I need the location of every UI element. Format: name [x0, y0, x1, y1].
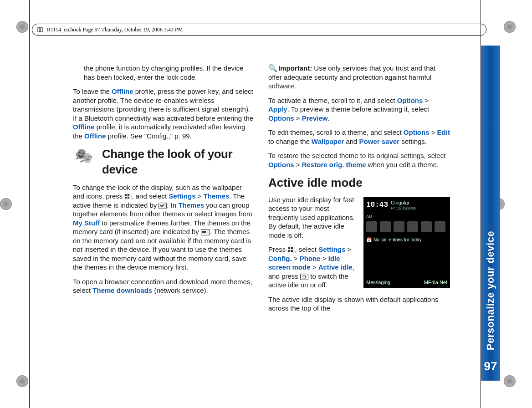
content-area: the phone function by changing profiles.…: [73, 64, 450, 372]
book-icon: [37, 26, 43, 33]
paragraph: To open a browser connection and downloa…: [73, 277, 255, 295]
screenshot-ampm: AM: [366, 214, 373, 219]
link-options: Options: [268, 161, 294, 168]
softkey-left: Messaging: [366, 279, 390, 286]
page: R1114_en.book Page 97 Thursday, October …: [0, 0, 532, 408]
paragraph: To restore the selected theme to its ori…: [268, 151, 450, 169]
paragraph: the phone function by changing profiles.…: [73, 64, 255, 82]
crop-mark-icon: [0, 198, 12, 210]
link-offline: Offline: [73, 123, 95, 131]
app-icon: [435, 221, 445, 232]
screenshot-calendar-msg: 📅No cal. entries for today: [363, 234, 450, 245]
app-icon: [380, 221, 391, 232]
checkmark-icon: [159, 203, 167, 209]
link-powersaver: Power saver: [359, 138, 399, 145]
link-phone: Phone: [300, 255, 321, 262]
menu-key-icon: [288, 247, 295, 253]
link-options: Options: [404, 128, 430, 136]
link-wallpaper: Wallpaper: [312, 138, 344, 145]
link-mystuff: My Stuff: [73, 219, 100, 227]
important-label: Important:: [278, 64, 312, 72]
crop-line: [0, 43, 481, 43]
crop-mark-icon: [16, 21, 28, 33]
app-icon: [366, 221, 377, 232]
heading-active-idle: Active idle mode: [268, 175, 450, 191]
screenshot-clock: 10:43: [366, 200, 388, 210]
important-note: 🔍Important: Use only services that you t…: [268, 64, 450, 91]
memory-card-icon: [201, 229, 210, 235]
page-number: 97: [484, 359, 497, 373]
framemaker-header: R1114_en.book Page 97 Thursday, October …: [32, 24, 486, 36]
important-icon: 🔍: [268, 64, 276, 72]
paragraph: To leave the Offline profile, press the …: [73, 87, 255, 140]
themes-masks-icon: 🎭: [73, 147, 95, 165]
paragraph: To change the look of the display, such …: [73, 183, 255, 272]
paragraph: To activate a theme, scroll to it, and s…: [268, 96, 450, 123]
column-left: the phone function by changing profiles.…: [73, 64, 255, 372]
link-config: Config.: [268, 255, 292, 262]
link-options: Options: [397, 97, 423, 104]
link-edit: Edit: [437, 128, 450, 136]
section-title: Personalize your device: [485, 231, 496, 350]
softkey-right: MEdia Net: [424, 279, 447, 286]
phone-screenshot: 10:43 Cingular Fr 12/01/2006 AM 📅No cal.…: [363, 197, 450, 288]
screenshot-app-row: [363, 219, 450, 234]
header-text: R1114_en.book Page 97 Thursday, October …: [47, 26, 183, 33]
link-restore-theme: Restore orig. theme: [302, 161, 366, 168]
column-right: 🔍Important: Use only services that you t…: [268, 64, 450, 372]
app-icon: [407, 221, 418, 232]
crop-mark-icon: [504, 21, 516, 33]
link-themes: Themes: [204, 192, 230, 200]
scroll-key-icon: [300, 274, 308, 280]
link-settings: Settings: [318, 245, 345, 253]
screenshot-date: Fr 12/01/2006: [391, 206, 416, 211]
crop-mark-icon: [504, 375, 516, 387]
screenshot-operator: Cingular: [391, 199, 416, 206]
app-icon: [394, 221, 404, 232]
paragraph: The active idle display is shown with de…: [268, 295, 450, 313]
app-icon: [421, 221, 432, 232]
link-offline: Offline: [112, 87, 133, 95]
link-preview: Preview: [302, 114, 328, 122]
link-settings: Settings: [169, 192, 195, 200]
side-tab: Personalize your device 97: [481, 46, 500, 381]
heading-change-look: 🎭 Change the look of your device: [73, 147, 255, 178]
crop-mark-icon: [16, 375, 28, 387]
crop-line: [29, 0, 30, 408]
link-active-idle: Active idle: [318, 263, 353, 271]
menu-key-icon: [124, 194, 132, 200]
link-themes: Themes: [178, 201, 204, 209]
link-options: Options: [268, 114, 294, 122]
screenshot-softkeys: Messaging MEdia Net: [363, 277, 450, 288]
screenshot-topbar: 10:43 Cingular Fr 12/01/2006: [363, 197, 450, 214]
paragraph: To edit themes, scroll to a theme, and s…: [268, 128, 450, 146]
link-apply: Apply: [268, 105, 287, 113]
link-theme-downloads: Theme downloads: [92, 286, 152, 294]
link-offline: Offline: [84, 132, 106, 140]
